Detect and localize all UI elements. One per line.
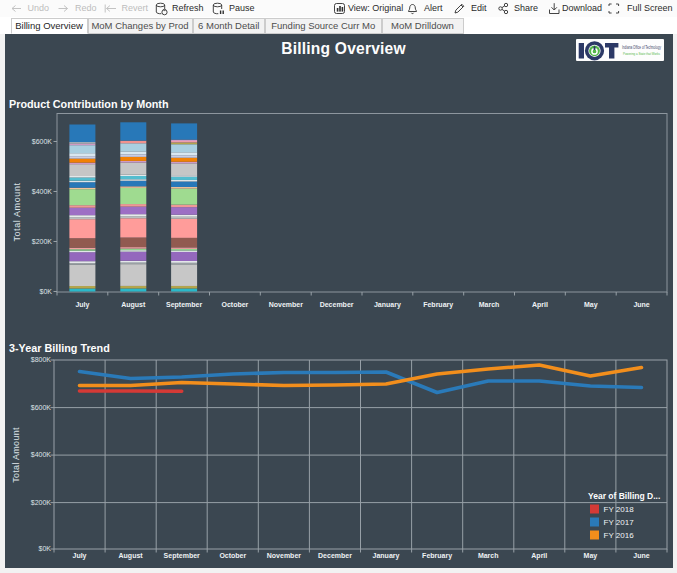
svg-text:$400K: $400K: [31, 451, 52, 458]
svg-text:October: October: [221, 301, 248, 308]
svg-text:Total Amount: Total Amount: [11, 427, 21, 483]
svg-text:March: March: [479, 301, 500, 308]
svg-text:December: December: [320, 301, 354, 308]
svg-text:FY 2016: FY 2016: [604, 531, 635, 540]
svg-text:February: February: [423, 301, 453, 309]
svg-text:November: November: [267, 552, 302, 559]
svg-text:Product Contribution by Month: Product Contribution by Month: [9, 98, 169, 110]
svg-text:February: February: [422, 552, 452, 560]
svg-text:April: April: [531, 552, 547, 560]
svg-text:$600K: $600K: [31, 404, 52, 411]
svg-text:$400K: $400K: [32, 188, 53, 195]
svg-text:January: January: [374, 301, 401, 309]
svg-text:October: October: [219, 552, 246, 559]
svg-text:$600K: $600K: [32, 138, 53, 145]
svg-text:July: July: [72, 552, 86, 560]
svg-text:January: January: [373, 552, 400, 560]
svg-text:August: August: [121, 301, 146, 309]
svg-text:FY 2018: FY 2018: [604, 505, 635, 514]
svg-text:$800K: $800K: [31, 356, 52, 363]
svg-text:June: June: [633, 552, 649, 559]
svg-text:September: September: [166, 301, 202, 309]
svg-text:Total Amount: Total Amount: [12, 182, 22, 241]
svg-text:$0K: $0K: [40, 288, 53, 295]
svg-text:December: December: [318, 552, 352, 559]
svg-text:June: June: [633, 301, 649, 308]
svg-text:May: May: [584, 552, 598, 560]
svg-text:$0K: $0K: [39, 545, 52, 552]
svg-text:$200K: $200K: [31, 499, 52, 506]
svg-text:May: May: [584, 301, 598, 309]
svg-text:August: August: [119, 552, 144, 560]
svg-text:September: September: [164, 552, 200, 560]
svg-text:$200K: $200K: [32, 238, 53, 245]
svg-text:3-Year Billing Trend: 3-Year Billing Trend: [9, 342, 110, 354]
svg-text:April: April: [532, 301, 548, 309]
svg-text:March: March: [478, 552, 499, 559]
svg-text:November: November: [269, 301, 304, 308]
svg-text:July: July: [75, 301, 89, 309]
svg-text:FY 2017: FY 2017: [604, 518, 635, 527]
svg-text:Year of Billing D...: Year of Billing D...: [588, 491, 660, 501]
